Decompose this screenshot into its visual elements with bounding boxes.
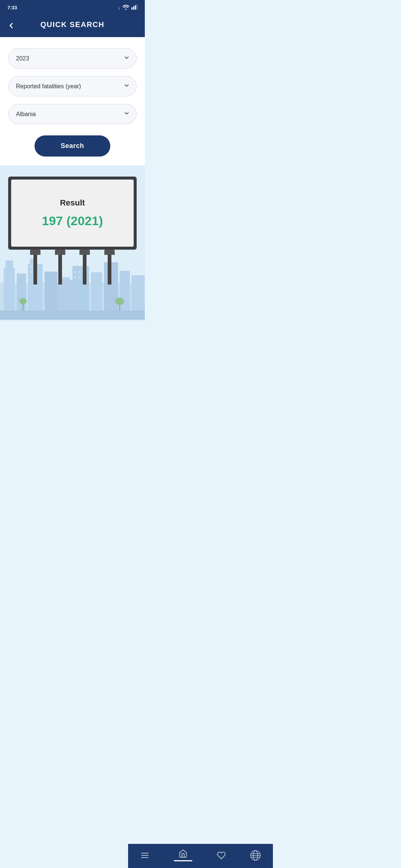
download-icon: ↓ — [118, 5, 121, 10]
page-title: QUICK SEARCH — [40, 20, 104, 29]
page-header: QUICK SEARCH — [0, 14, 145, 37]
country-select[interactable]: Albania Algeria Andorra — [8, 104, 137, 124]
svg-rect-2 — [133, 6, 134, 10]
status-time: 7:33 — [7, 5, 17, 10]
leg-mount-1 — [31, 250, 40, 285]
country-dropdown-container: Albania Algeria Andorra — [8, 104, 137, 124]
leg-pole-2 — [58, 255, 62, 285]
leg-cap-3 — [79, 250, 90, 255]
billboard: Result 197 (2021) — [8, 177, 137, 250]
leg-mount-2 — [56, 250, 65, 285]
svg-rect-3 — [135, 5, 136, 10]
result-area: Result 197 (2021) — [0, 165, 145, 321]
search-button[interactable]: Search — [35, 135, 110, 157]
svg-point-22 — [115, 297, 124, 305]
leg-pole-3 — [83, 255, 87, 285]
year-dropdown-container: 2023 2022 2021 2020 — [8, 48, 137, 69]
country-dropdown-wrapper[interactable]: Albania Algeria Andorra — [8, 104, 137, 124]
leg-cap-2 — [55, 250, 65, 255]
leg-cap-4 — [104, 250, 115, 255]
result-label: Result — [22, 198, 123, 208]
svg-rect-1 — [131, 7, 133, 10]
filters-section: 2023 2022 2021 2020 Reported fatalities … — [0, 37, 145, 165]
year-select[interactable]: 2023 2022 2021 2020 — [8, 48, 137, 69]
wifi-icon — [123, 4, 129, 11]
leg-mount-3 — [80, 250, 89, 285]
year-dropdown-wrapper[interactable]: 2023 2022 2021 2020 — [8, 48, 137, 69]
status-bar: 7:33 ↓ — [0, 0, 145, 14]
result-value: 197 (2021) — [22, 214, 123, 228]
billboard-inner: Result 197 (2021) — [11, 180, 134, 247]
status-icons: ↓ — [118, 4, 138, 11]
indicator-select[interactable]: Reported fatalities (year) Road traffic … — [8, 76, 137, 96]
leg-pole-1 — [33, 255, 37, 285]
signal-icon — [131, 4, 137, 11]
leg-pole-4 — [108, 255, 111, 285]
back-button[interactable] — [7, 21, 16, 30]
leg-cap-1 — [30, 250, 40, 255]
svg-point-0 — [125, 9, 127, 10]
billboard-legs — [8, 250, 137, 285]
leg-mount-4 — [105, 250, 114, 285]
svg-rect-20 — [0, 310, 145, 320]
search-btn-container: Search — [8, 132, 137, 157]
svg-rect-4 — [137, 4, 138, 10]
svg-point-24 — [19, 298, 27, 304]
indicator-dropdown-wrapper[interactable]: Reported fatalities (year) Road traffic … — [8, 76, 137, 96]
indicator-dropdown-container: Reported fatalities (year) Road traffic … — [8, 76, 137, 96]
